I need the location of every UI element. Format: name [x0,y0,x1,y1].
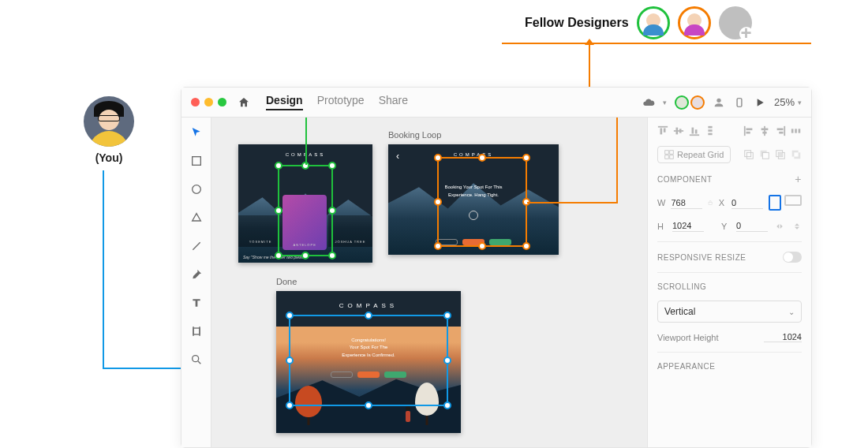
artboard-brand: COMPASS [388,144,559,157]
collaborator-badge-orange[interactable] [690,95,705,110]
fellow-designers-label: Fellow Designers [525,16,629,30]
svg-point-3 [192,185,200,194]
viewport-height-label: Viewport Height [657,333,718,342]
height-input[interactable] [672,220,704,232]
svg-rect-28 [784,126,785,136]
distribute-h-icon[interactable] [791,125,802,136]
home-icon[interactable] [238,96,250,109]
svg-rect-31 [791,129,794,133]
collaborator-badge-green[interactable] [675,95,689,110]
line-tool-icon[interactable] [189,239,204,253]
artboard-title-booking[interactable]: Booking Loop [388,130,441,140]
svg-rect-47 [794,152,798,156]
select-tool-icon[interactable] [189,125,204,140]
svg-rect-29 [777,129,784,131]
text-tool-icon[interactable] [189,296,204,310]
viewport-height-input[interactable] [764,332,802,342]
svg-rect-26 [761,129,769,131]
svg-rect-34 [665,151,669,155]
flip-h-icon[interactable] [775,222,784,231]
device-preview-icon[interactable] [733,96,746,109]
you-annotation: (You) [77,96,140,164]
y-input[interactable] [736,220,768,232]
add-component-icon[interactable]: + [795,173,802,185]
svg-rect-1 [737,98,742,106]
svg-rect-11 [660,129,663,135]
scrolling-section-header: SCROLLING [657,282,802,291]
x-input[interactable] [731,197,763,209]
svg-rect-39 [746,152,753,159]
collaborator-avatar-1 [637,6,670,39]
flip-v-icon[interactable] [792,222,802,231]
boolean-exclude-icon[interactable] [791,149,802,160]
annotation-underline [502,43,811,44]
person-illustration [404,406,412,425]
grid-icon [664,150,674,159]
svg-line-9 [198,361,200,364]
inspector-panel: Repeat Grid COMPONENT + W X [647,118,811,447]
scrolling-select[interactable]: Vertical ⌄ [657,301,802,323]
orientation-portrait-icon[interactable] [769,195,781,211]
align-bottom-icon[interactable] [689,125,700,136]
tab-share[interactable]: Share [379,94,408,110]
selection-green[interactable] [278,165,333,256]
boolean-subtract-icon[interactable] [759,149,770,160]
pen-tool-icon[interactable] [189,267,204,282]
align-right-icon[interactable] [775,125,786,136]
tab-design[interactable]: Design [266,94,303,110]
boolean-intersect-icon[interactable] [775,149,786,160]
artboard-tool-icon[interactable] [189,324,204,338]
play-icon[interactable] [754,96,766,109]
rectangle-tool-icon[interactable] [189,154,204,168]
fellow-designers-annotation: Fellow Designers [525,6,752,39]
collaborator-avatar-2 [678,6,711,39]
orientation-landscape-icon[interactable] [784,195,802,206]
canvas[interactable]: COMPASS YOSEMITE ANTELOPE JOSHUA TREE Sa… [211,118,647,447]
zoom-tool-icon[interactable] [189,353,204,367]
height-label: H [657,222,667,231]
repeat-grid-button[interactable]: Repeat Grid [657,146,731,163]
lock-icon[interactable] [708,200,713,206]
width-input[interactable] [671,197,702,209]
align-left-icon[interactable] [743,125,754,136]
zoom-value: 25% [774,96,795,108]
titlebar: Design Prototype Share ▾ 25% [181,88,811,118]
selection-blue[interactable] [289,315,448,406]
chevron-down-icon[interactable]: ▾ [663,99,667,106]
zoom-control[interactable]: 25% ▾ [774,96,802,108]
distribute-v-icon[interactable] [705,125,716,136]
responsive-section-header: RESPONSIVE RESIZE [657,252,802,263]
width-label: W [657,198,665,207]
artboard-title-done[interactable]: Done [276,277,297,286]
svg-rect-13 [674,130,683,132]
polygon-tool-icon[interactable] [189,211,204,225]
maximize-icon[interactable] [218,98,226,106]
align-vcenter-icon[interactable] [673,125,684,136]
cloud-icon[interactable] [642,96,655,109]
svg-rect-23 [746,129,753,131]
responsive-toggle[interactable] [783,252,802,263]
ellipse-tool-icon[interactable] [189,182,204,196]
tool-rail [181,118,211,447]
align-top-icon[interactable] [657,125,668,136]
svg-rect-41 [762,152,769,159]
minimize-icon[interactable] [204,98,213,106]
boolean-union-icon[interactable] [743,149,754,160]
component-section-header: COMPONENT + [657,173,802,185]
collaborator-badges [675,95,705,110]
svg-rect-36 [665,155,669,159]
svg-rect-33 [799,129,801,133]
close-icon[interactable] [191,98,200,106]
svg-rect-37 [670,155,674,159]
invite-icon[interactable] [713,96,725,109]
add-collaborator-icon[interactable] [719,6,752,39]
align-hcenter-icon[interactable] [759,125,770,136]
app-window: Design Prototype Share ▾ 25% [181,87,812,448]
svg-point-0 [716,98,720,102]
tab-prototype[interactable]: Prototype [317,94,365,110]
window-controls[interactable] [191,98,226,106]
selection-orange[interactable] [437,157,527,247]
back-icon[interactable]: ‹ [396,151,399,162]
svg-rect-27 [762,132,766,134]
connector-blue-v [103,170,104,368]
